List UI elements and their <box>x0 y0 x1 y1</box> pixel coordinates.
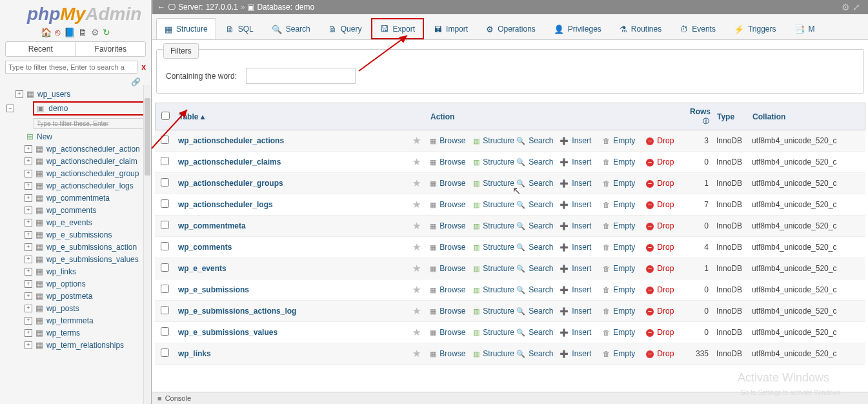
tree-table[interactable]: +▦wp_e_submissions_values <box>4 253 151 265</box>
expand-icon[interactable]: + <box>25 329 32 337</box>
console-bar[interactable]: Console <box>152 392 868 404</box>
drop-action[interactable]: − Drop <box>642 136 685 145</box>
structure-action[interactable]: ▥ Structure <box>469 243 512 252</box>
tab-sql[interactable]: 🗎SQL <box>217 18 262 39</box>
docs-icon[interactable]: 📘 <box>64 27 75 37</box>
tree-table[interactable]: +▦wp_e_submissions_action <box>4 241 151 253</box>
collapse-icon[interactable]: − <box>6 105 14 112</box>
empty-action[interactable]: 🗑 Empty <box>599 243 642 252</box>
server-link[interactable]: 127.0.0.1 <box>206 3 238 12</box>
tab-m[interactable]: 📑M <box>786 18 823 39</box>
drop-action[interactable]: − Drop <box>642 243 685 252</box>
expand-icon[interactable]: + <box>25 268 32 276</box>
insert-action[interactable]: ➕ Insert <box>556 307 599 316</box>
tree-table[interactable]: +▦wp_posts <box>4 302 151 314</box>
table-name-link[interactable]: wp_actionscheduler_actions <box>178 136 284 145</box>
structure-action[interactable]: ▥ Structure <box>469 307 512 316</box>
home-icon[interactable]: 🏠 <box>41 27 52 37</box>
scrollbar-thumb[interactable] <box>145 98 150 176</box>
structure-action[interactable]: ▥ Structure <box>469 157 512 167</box>
search-action[interactable]: 🔍 Search <box>512 349 556 358</box>
favorite-star-icon[interactable]: ★ <box>407 305 426 317</box>
row-checkbox[interactable] <box>161 348 169 357</box>
row-checkbox[interactable] <box>161 263 169 272</box>
tree-table[interactable]: +▦wp_terms <box>4 327 151 339</box>
insert-action[interactable]: ➕ Insert <box>556 200 599 209</box>
browse-action[interactable]: ▦ Browse <box>426 179 469 188</box>
empty-action[interactable]: 🗑 Empty <box>599 200 642 209</box>
nav-filter-input[interactable] <box>5 61 137 74</box>
table-name-link[interactable]: wp_links <box>178 349 211 358</box>
expand-icon[interactable]: + <box>15 90 23 98</box>
expand-icon[interactable]: + <box>25 341 32 349</box>
expand-icon[interactable]: + <box>25 207 32 214</box>
table-name-link[interactable]: wp_commentmeta <box>178 221 246 230</box>
search-action[interactable]: 🔍 Search <box>512 136 556 145</box>
insert-action[interactable]: ➕ Insert <box>556 264 599 273</box>
tree-table[interactable]: +▦wp_actionscheduler_action <box>4 143 151 155</box>
tree-table[interactable]: +▦wp_postmeta <box>4 290 151 302</box>
database-demo[interactable]: demo <box>48 104 68 113</box>
drop-action[interactable]: − Drop <box>642 221 685 230</box>
nav-scrollbar[interactable] <box>143 85 151 404</box>
expand-icon[interactable]: + <box>25 231 32 239</box>
reload-icon[interactable]: ↻ <box>103 27 110 37</box>
logout-icon[interactable]: ⎋ <box>55 27 60 37</box>
row-checkbox[interactable] <box>161 306 169 314</box>
search-action[interactable]: 🔍 Search <box>512 179 556 188</box>
browse-action[interactable]: ▦ Browse <box>426 264 469 273</box>
row-checkbox[interactable] <box>161 285 169 293</box>
tree-table[interactable]: +▦wp_term_relationships <box>4 339 151 351</box>
drop-action[interactable]: − Drop <box>642 328 685 337</box>
browse-action[interactable]: ▦ Browse <box>426 157 469 167</box>
empty-action[interactable]: 🗑 Empty <box>599 349 642 358</box>
empty-action[interactable]: 🗑 Empty <box>599 157 642 167</box>
structure-action[interactable]: ▥ Structure <box>469 285 512 294</box>
col-table[interactable]: Table ▴ <box>175 112 407 121</box>
expand-icon[interactable]: + <box>25 292 32 300</box>
row-checkbox[interactable] <box>161 327 169 336</box>
structure-action[interactable]: ▥ Structure <box>469 221 512 230</box>
insert-action[interactable]: ➕ Insert <box>556 285 599 294</box>
row-checkbox[interactable] <box>161 242 169 250</box>
tab-recent[interactable]: Recent <box>6 42 76 56</box>
row-checkbox[interactable] <box>161 157 169 165</box>
browse-action[interactable]: ▦ Browse <box>426 328 469 337</box>
tab-query[interactable]: 🗎Query <box>320 18 370 39</box>
gear-icon[interactable]: ⚙ <box>91 27 99 37</box>
drop-action[interactable]: − Drop <box>642 200 685 209</box>
row-checkbox[interactable] <box>161 199 169 208</box>
expand-icon[interactable]: + <box>25 280 32 288</box>
tree-table[interactable]: +▦wp_links <box>4 265 151 278</box>
browse-action[interactable]: ▦ Browse <box>426 285 469 294</box>
favorite-star-icon[interactable]: ★ <box>407 177 426 189</box>
filter-input[interactable] <box>246 68 356 84</box>
table-name-link[interactable]: wp_actionscheduler_logs <box>178 200 273 209</box>
tree-table[interactable]: +▦wp_actionscheduler_logs <box>4 179 151 192</box>
search-action[interactable]: 🔍 Search <box>512 307 556 316</box>
tree-table[interactable]: +▦wp_options <box>4 278 151 290</box>
tab-operations[interactable]: ⚙Operations <box>478 18 544 39</box>
table-name-link[interactable]: wp_e_submissions_values <box>178 328 278 337</box>
tab-favorites[interactable]: Favorites <box>76 42 146 56</box>
row-checkbox[interactable] <box>161 136 169 144</box>
table-name-link[interactable]: wp_actionscheduler_groups <box>178 179 283 188</box>
tab-routines[interactable]: ⚗Routines <box>611 18 670 39</box>
drop-action[interactable]: − Drop <box>642 264 685 273</box>
search-action[interactable]: 🔍 Search <box>512 200 556 209</box>
favorite-star-icon[interactable]: ★ <box>407 220 426 232</box>
expand-icon[interactable]: + <box>25 256 32 263</box>
row-checkbox[interactable] <box>161 178 169 187</box>
structure-action[interactable]: ▥ Structure <box>469 179 512 188</box>
expand-icon[interactable]: + <box>25 194 32 202</box>
expand-icon[interactable]: + <box>25 182 32 190</box>
table-name-link[interactable]: wp_e_submissions <box>178 285 249 294</box>
expand-icon[interactable]: + <box>25 305 32 312</box>
empty-action[interactable]: 🗑 Empty <box>599 264 642 273</box>
favorite-star-icon[interactable]: ★ <box>407 263 426 274</box>
settings-icon[interactable]: ⚙ ⤢ <box>842 2 860 12</box>
favorite-star-icon[interactable]: ★ <box>407 135 426 146</box>
favorite-star-icon[interactable]: ★ <box>407 156 426 168</box>
expand-icon[interactable]: + <box>25 170 32 177</box>
table-name-link[interactable]: wp_actionscheduler_claims <box>178 157 281 167</box>
